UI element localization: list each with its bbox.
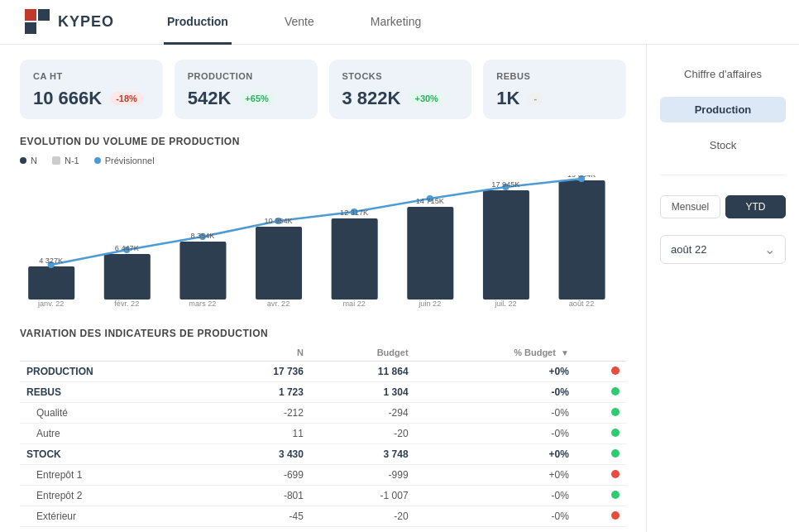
row-n-3: 11 xyxy=(208,424,310,444)
svg-text:mars 22: mars 22 xyxy=(189,300,216,308)
table-row: Autre 11 -20 -0% xyxy=(20,424,626,444)
legend-prev-dot xyxy=(94,157,101,164)
col-header-label xyxy=(20,344,208,362)
panel-divider xyxy=(660,175,786,175)
table-body: PRODUCTION 17 736 11 864 +0% REBUS 1 723… xyxy=(20,362,626,527)
svg-rect-17 xyxy=(483,190,529,300)
kpi-row: CA HT 10 666K -18% PRODUCTION 542K +65% … xyxy=(20,60,626,119)
row-budget-3: -20 xyxy=(310,424,415,444)
row-status-1 xyxy=(576,382,626,403)
table-row: Qualité -212 -294 -0% xyxy=(20,403,626,424)
row-budget-6: -1 007 xyxy=(310,486,415,506)
col-header-n: N xyxy=(208,344,310,362)
svg-text:6 447K: 6 447K xyxy=(115,244,139,252)
svg-rect-1 xyxy=(38,9,50,21)
nav-tab-production[interactable]: Production xyxy=(164,1,232,45)
chevron-down-icon: ⌄ xyxy=(764,242,775,257)
legend-n1-square xyxy=(52,156,60,165)
status-dot-0 xyxy=(611,367,620,375)
kpi-card-rebus: REBUS 1K - xyxy=(483,60,626,119)
period-btn-ytd[interactable]: YTD xyxy=(725,195,786,218)
row-pct-7: -0% xyxy=(415,506,576,527)
row-n-7: -45 xyxy=(208,506,310,527)
svg-rect-13 xyxy=(179,242,226,300)
row-status-4 xyxy=(576,444,626,465)
svg-text:19 654K: 19 654K xyxy=(567,175,596,179)
table-head-row: N Budget % Budget ▼ xyxy=(20,344,626,362)
row-pct-4: +0% xyxy=(415,444,576,465)
kpi-badge-production: +65% xyxy=(239,92,274,105)
status-dot-6 xyxy=(611,491,620,499)
legend-n1: N-1 xyxy=(52,156,79,165)
chart-container: 4 327K 6 447K 8 354K 10 954K 12 317K 14 … xyxy=(20,175,626,308)
sort-icon[interactable]: ▼ xyxy=(561,348,569,357)
status-dot-2 xyxy=(611,408,620,416)
nav-tab-vente[interactable]: Vente xyxy=(281,1,318,45)
svg-text:juin 22: juin 22 xyxy=(418,300,441,308)
panel-btn-production[interactable]: Production xyxy=(660,97,786,122)
row-status-0 xyxy=(576,362,626,382)
kpi-label-production: PRODUCTION xyxy=(188,71,304,81)
row-label-0: PRODUCTION xyxy=(20,362,208,382)
kpi-badge-stocks: +30% xyxy=(409,92,443,105)
row-label-2: Qualité xyxy=(20,403,208,424)
table-row: PRODUCTION 17 736 11 864 +0% xyxy=(20,362,626,382)
table-row: REBUS 1 723 1 304 -0% xyxy=(20,382,626,403)
svg-rect-11 xyxy=(28,266,74,300)
table-header-row: VARIATION DES INDICATEURS DE PRODUCTION xyxy=(20,328,626,339)
panel-btn-chiffre-affaires[interactable]: Chiffre d'affaires xyxy=(660,61,786,87)
kpi-card-production: PRODUCTION 542K +65% xyxy=(175,60,318,119)
status-dot-3 xyxy=(611,429,620,437)
status-dot-7 xyxy=(611,511,620,520)
panel-btn-stock[interactable]: Stock xyxy=(660,132,786,158)
row-label-4: STOCK xyxy=(20,444,208,465)
kpi-label-rebus: REBUS xyxy=(496,71,613,81)
row-budget-2: -294 xyxy=(310,403,415,424)
svg-text:12 317K: 12 317K xyxy=(340,208,368,217)
kpi-card-stocks: STOCKS 3 822K +30% xyxy=(329,60,472,119)
svg-rect-16 xyxy=(407,207,453,300)
status-dot-4 xyxy=(611,449,620,458)
table-section: VARIATION DES INDICATEURS DE PRODUCTION … xyxy=(20,328,626,527)
row-pct-0: +0% xyxy=(415,362,576,382)
date-selector[interactable]: août 22 ⌄ xyxy=(660,235,786,264)
row-pct-3: -0% xyxy=(415,424,576,444)
legend-prev: Prévisionnel xyxy=(94,156,155,165)
legend-n-dot xyxy=(20,157,26,164)
svg-text:juil. 22: juil. 22 xyxy=(494,300,516,308)
row-n-6: -801 xyxy=(208,486,310,506)
table-row: Extérieur -45 -20 -0% xyxy=(20,506,626,527)
svg-rect-15 xyxy=(332,218,378,300)
kpi-value-row-stocks: 3 822K +30% xyxy=(342,88,459,109)
period-btn-mensuel[interactable]: Mensuel xyxy=(660,195,720,218)
table-row: Entrepôt 1 -699 -999 +0% xyxy=(20,465,626,486)
top-navigation: KYPEO Production Vente Marketing xyxy=(0,0,799,45)
right-panel: Chiffre d'affaires Production Stock Mens… xyxy=(646,45,799,532)
main-layout: CA HT 10 666K -18% PRODUCTION 542K +65% … xyxy=(0,45,799,532)
kpi-value-row-rebus: 1K - xyxy=(496,88,613,109)
kpi-value-stocks: 3 822K xyxy=(342,88,401,109)
row-status-2 xyxy=(576,403,626,424)
row-status-3 xyxy=(576,424,626,444)
row-label-1: REBUS xyxy=(20,382,208,403)
svg-rect-14 xyxy=(256,227,302,300)
row-label-5: Entrepôt 1 xyxy=(20,465,208,486)
svg-text:10 954K: 10 954K xyxy=(264,217,292,225)
table-row: STOCK 3 430 3 748 +0% xyxy=(20,444,626,465)
row-n-4: 3 430 xyxy=(208,444,310,465)
svg-rect-18 xyxy=(559,180,605,300)
period-row: Mensuel YTD xyxy=(660,195,786,218)
kpi-value-row-ca-ht: 10 666K -18% xyxy=(33,88,150,109)
legend-n: N xyxy=(20,156,37,165)
kpi-card-ca-ht: CA HT 10 666K -18% xyxy=(20,60,163,119)
row-pct-6: -0% xyxy=(415,486,576,506)
kpi-label-stocks: STOCKS xyxy=(342,71,459,81)
row-status-5 xyxy=(576,465,626,486)
chart-title: EVOLUTION DU VOLUME DE PRODUCTION xyxy=(20,136,626,147)
row-pct-2: -0% xyxy=(415,403,576,424)
row-budget-4: 3 748 xyxy=(310,444,415,465)
row-n-5: -699 xyxy=(208,465,310,486)
chart-legend: N N-1 Prévisionnel xyxy=(20,156,626,165)
row-n-0: 17 736 xyxy=(208,362,310,382)
nav-tab-marketing[interactable]: Marketing xyxy=(367,1,424,45)
